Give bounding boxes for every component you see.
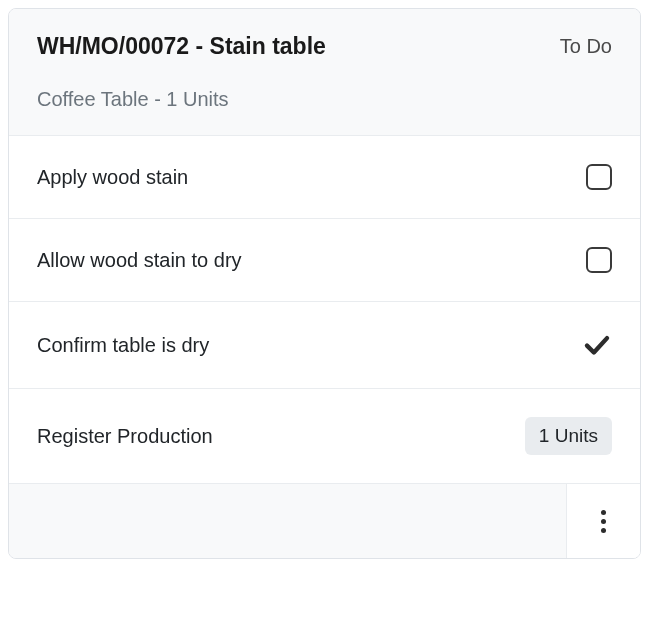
status-label: To Do [560, 35, 612, 58]
step-label: Apply wood stain [37, 166, 188, 189]
step-item[interactable]: Allow wood stain to dry [9, 219, 640, 302]
card-footer [9, 484, 640, 558]
checkmark-icon [582, 330, 612, 360]
register-production-row[interactable]: Register Production 1 Units [9, 389, 640, 484]
checkbox-unchecked-icon[interactable] [586, 164, 612, 190]
product-subtitle: Coffee Table - 1 Units [37, 88, 612, 111]
work-order-card: WH/MO/00072 - Stain table To Do Coffee T… [8, 8, 641, 559]
checkbox-unchecked-icon[interactable] [586, 247, 612, 273]
register-label: Register Production [37, 425, 213, 448]
card-header: WH/MO/00072 - Stain table To Do Coffee T… [9, 9, 640, 136]
header-top-row: WH/MO/00072 - Stain table To Do [37, 33, 612, 60]
kebab-menu-icon [601, 510, 606, 533]
step-label: Confirm table is dry [37, 334, 209, 357]
step-label: Allow wood stain to dry [37, 249, 242, 272]
step-item[interactable]: Apply wood stain [9, 136, 640, 219]
step-item[interactable]: Confirm table is dry [9, 302, 640, 389]
work-order-title: WH/MO/00072 - Stain table [37, 33, 326, 60]
units-badge[interactable]: 1 Units [525, 417, 612, 455]
more-options-button[interactable] [566, 484, 640, 558]
